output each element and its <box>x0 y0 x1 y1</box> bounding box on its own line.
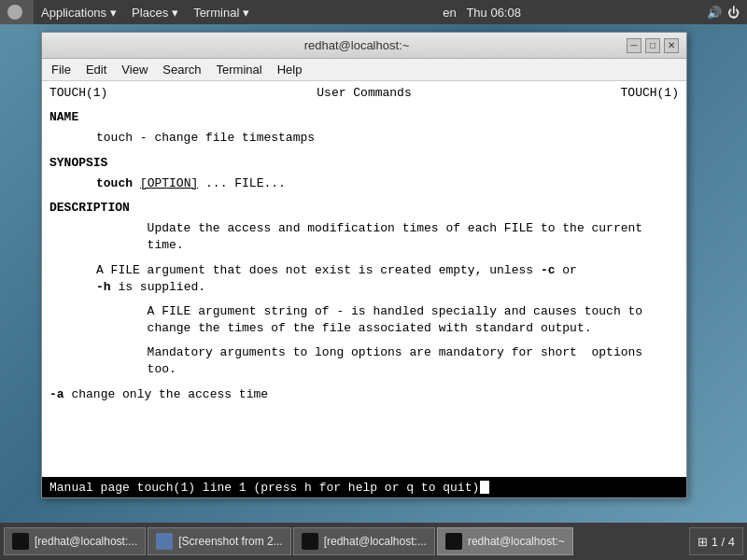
pager-text: 1 / 4 <box>712 535 735 549</box>
close-button[interactable]: ✕ <box>664 38 679 53</box>
taskbar-tasks: [redhat@localhost:... [Screenshot from 2… <box>4 527 687 555</box>
maximize-button[interactable]: □ <box>645 38 660 53</box>
man-desc-para4: Mandatory arguments to long options are … <box>96 344 679 378</box>
task-icon-0 <box>12 533 29 550</box>
menu-help[interactable]: Help <box>272 61 308 78</box>
taskbar-left: Applications ▾ Places ▾ Terminal ▾ <box>0 0 257 24</box>
man-header-left: TOUCH(1) <box>49 85 107 102</box>
task-label-1: [Screenshot from 2... <box>178 535 282 548</box>
status-text: Manual page touch(1) line 1 (press h for… <box>49 481 479 495</box>
bottom-taskbar: [redhat@localhost:... [Screenshot from 2… <box>0 523 747 560</box>
desktop: redhat@localhost:~ ─ □ ✕ File Edit View … <box>0 24 747 523</box>
man-synopsis-section: SYNOPSIS <box>49 155 679 172</box>
task-icon-2 <box>302 533 318 550</box>
terminal-titlebar: redhat@localhost:~ ─ □ ✕ <box>42 33 686 59</box>
desc-is-supplied: is supplied. <box>118 280 205 294</box>
pager-icon: ⊞ <box>698 535 708 549</box>
wm-buttons: ─ □ ✕ <box>627 38 679 53</box>
menu-search[interactable]: Search <box>157 61 206 78</box>
terminal-label: Terminal <box>193 6 239 20</box>
a-flag: -a <box>49 387 64 401</box>
task-btn-0[interactable]: [redhat@localhost:... <box>4 527 146 555</box>
desc-h-flag: -h <box>96 280 111 294</box>
taskbar-terminal[interactable]: Terminal ▾ <box>186 0 257 24</box>
menu-view[interactable]: View <box>116 61 153 78</box>
menu-file[interactable]: File <box>46 61 77 78</box>
man-desc-section: DESCRIPTION <box>49 200 679 217</box>
terminal-content[interactable]: TOUCH(1) User Commands TOUCH(1) NAME tou… <box>42 81 686 477</box>
taskbar-applications[interactable]: Applications ▾ <box>34 0 124 24</box>
man-header: TOUCH(1) User Commands TOUCH(1) <box>49 85 679 102</box>
apple-icon <box>7 5 22 20</box>
terminal-status-bar: Manual page touch(1) line 1 (press h for… <box>42 477 686 497</box>
volume-icon: 🔊 <box>707 6 722 20</box>
man-synopsis-para: touch [OPTION] ... FILE... <box>96 175 679 192</box>
menu-terminal[interactable]: Terminal <box>211 61 268 78</box>
desc-c-flag: -c <box>541 263 556 277</box>
synopsis-cmd: touch <box>96 176 133 190</box>
task-btn-1[interactable]: [Screenshot from 2... <box>148 527 290 555</box>
taskbar-pager[interactable]: ⊞ 1 / 4 <box>689 527 743 555</box>
task-btn-2[interactable]: [redhat@localhost:... <box>293 527 435 555</box>
synopsis-option: [OPTION] <box>140 176 198 190</box>
places-label: Places <box>132 6 168 20</box>
synopsis-rest: ... FILE... <box>205 176 286 190</box>
task-btn-3[interactable]: redhat@localhost:~ <box>437 527 573 555</box>
man-name-section: NAME <box>49 109 679 126</box>
man-desc-para3: A FILE argument string of - is handled s… <box>96 303 679 337</box>
terminal-title: redhat@localhost:~ <box>87 38 627 52</box>
man-name-desc: touch - change file timestamps <box>96 130 679 147</box>
task-label-3: redhat@localhost:~ <box>468 535 565 548</box>
task-icon-3 <box>445 533 462 550</box>
applications-label: Applications <box>41 6 106 20</box>
name-desc-text: touch - change file timestamps <box>96 131 315 145</box>
task-label-0: [redhat@localhost:... <box>35 535 137 548</box>
menu-edit[interactable]: Edit <box>80 61 112 78</box>
man-a-flag-line: -a change only the access time <box>49 386 679 403</box>
top-taskbar: Applications ▾ Places ▾ Terminal ▾ en Th… <box>0 0 747 24</box>
terminal-menubar: File Edit View Search Terminal Help <box>42 59 686 81</box>
man-header-center: User Commands <box>317 85 411 102</box>
taskbar-places[interactable]: Places ▾ <box>124 0 186 24</box>
taskbar-clock: en Thu 06:08 <box>443 6 521 20</box>
desc-para2-text: A FILE argument that does not exist is c… <box>96 263 533 277</box>
lang-indicator: en <box>443 6 456 20</box>
man-desc-para1: Update the access and modification times… <box>96 220 679 254</box>
a-flag-desc: change only the access time <box>71 387 268 401</box>
taskbar-apple[interactable] <box>0 0 34 24</box>
desc-or: or <box>562 263 577 277</box>
power-icon[interactable]: ⏻ <box>727 6 740 20</box>
minimize-button[interactable]: ─ <box>627 38 641 53</box>
man-desc-para2: A FILE argument that does not exist is c… <box>96 262 679 296</box>
terminal-arrow: ▾ <box>243 6 249 20</box>
man-header-right: TOUCH(1) <box>621 85 679 102</box>
places-arrow: ▾ <box>172 6 178 20</box>
taskbar-right: 🔊 ⏻ <box>707 0 747 24</box>
task-label-2: [redhat@localhost:... <box>324 535 427 548</box>
task-icon-1 <box>156 533 173 550</box>
cursor <box>480 481 489 494</box>
applications-arrow: ▾ <box>110 6 117 20</box>
terminal-window: redhat@localhost:~ ─ □ ✕ File Edit View … <box>41 32 687 498</box>
clock-time: Thu 06:08 <box>466 6 521 20</box>
